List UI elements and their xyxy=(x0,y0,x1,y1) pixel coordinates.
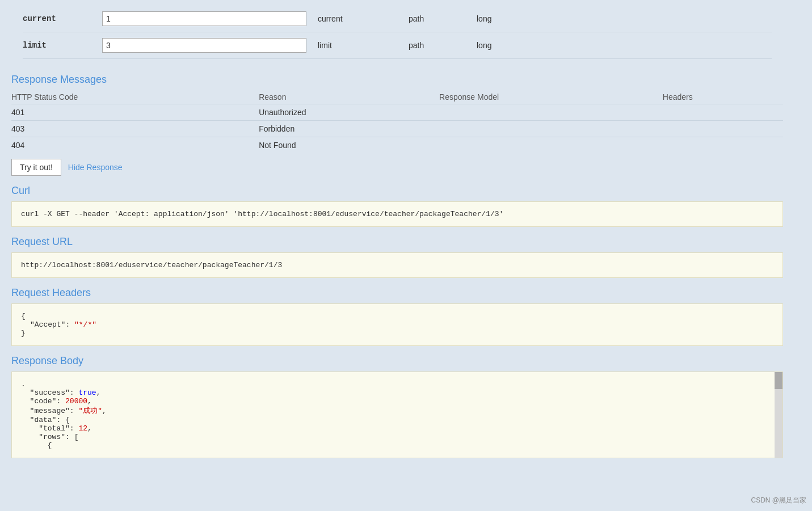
table-row: 401 Unauthorized xyxy=(11,104,783,121)
params-section: current current path long limit limit pa… xyxy=(11,0,783,65)
response-messages-title: Response Messages xyxy=(11,74,783,86)
param-row-current: current current path long xyxy=(23,6,772,32)
response-messages-table: HTTP Status Code Reason Response Model H… xyxy=(11,90,783,153)
curl-code-block: curl -X GET --header 'Accept: applicatio… xyxy=(11,201,783,227)
param-col1-limit: limit xyxy=(318,41,409,50)
watermark: CSDN @黑足当家 xyxy=(751,496,806,505)
try-it-out-button[interactable]: Try it out! xyxy=(11,159,61,176)
param-col1-current: current xyxy=(318,14,409,23)
action-buttons-row: Try it out! Hide Response xyxy=(11,159,783,176)
rb-dot: . xyxy=(21,380,773,388)
col-header-status: HTTP Status Code xyxy=(11,90,259,104)
rb-code: "code": 20000, xyxy=(21,397,773,406)
request-url-block: http://localhost:8001/eduservice/teacher… xyxy=(11,252,783,278)
rb-open-brace: { xyxy=(21,441,773,450)
col-header-model: Response Model xyxy=(439,90,663,104)
param-row-limit: limit limit path long xyxy=(23,32,772,59)
param-col2-current: path xyxy=(409,14,477,23)
request-headers-line3: } xyxy=(21,329,773,337)
request-headers-line2: "Accept": "*/*" xyxy=(21,320,773,329)
model-404 xyxy=(439,137,663,154)
scrollbar[interactable] xyxy=(775,372,782,458)
rb-success: "success": true, xyxy=(21,388,773,397)
headers-401 xyxy=(663,104,783,121)
table-row: 403 Forbidden xyxy=(11,121,783,137)
scrollbar-thumb[interactable] xyxy=(775,372,782,389)
request-url-title: Request URL xyxy=(11,236,783,248)
table-row: 404 Not Found xyxy=(11,137,783,154)
curl-title: Curl xyxy=(11,185,783,197)
accept-key: "Accept": xyxy=(30,320,74,329)
accept-value: "*/*" xyxy=(74,320,96,329)
status-code-401: 401 xyxy=(11,104,259,121)
rb-data: "data": { xyxy=(21,416,773,424)
col-header-reason: Reason xyxy=(259,90,439,104)
param-input-current[interactable] xyxy=(102,11,306,26)
status-code-403: 403 xyxy=(11,121,259,137)
reason-403: Forbidden xyxy=(259,121,439,137)
param-name-limit: limit xyxy=(23,41,102,50)
request-headers-block: { "Accept": "*/*" } xyxy=(11,303,783,346)
headers-403 xyxy=(663,121,783,137)
col-header-headers: Headers xyxy=(663,90,783,104)
response-body-block[interactable]: . "success": true, "code": 20000, "messa… xyxy=(11,371,783,458)
param-col3-limit: long xyxy=(477,41,522,50)
status-code-404: 404 xyxy=(11,137,259,154)
rb-message: "message": "成功", xyxy=(21,406,773,416)
hide-response-link[interactable]: Hide Response xyxy=(68,163,123,172)
param-input-limit[interactable] xyxy=(102,38,306,53)
response-body-title: Response Body xyxy=(11,355,783,367)
reason-401: Unauthorized xyxy=(259,104,439,121)
rb-total: "total": 12, xyxy=(21,424,773,433)
param-name-current: current xyxy=(23,14,102,23)
headers-404 xyxy=(663,137,783,154)
reason-404: Not Found xyxy=(259,137,439,154)
request-headers-title: Request Headers xyxy=(11,287,783,299)
model-403 xyxy=(439,121,663,137)
param-col2-limit: path xyxy=(409,41,477,50)
request-headers-line1: { xyxy=(21,312,773,320)
model-401 xyxy=(439,104,663,121)
param-col3-current: long xyxy=(477,14,522,23)
rb-rows: "rows": [ xyxy=(21,433,773,441)
